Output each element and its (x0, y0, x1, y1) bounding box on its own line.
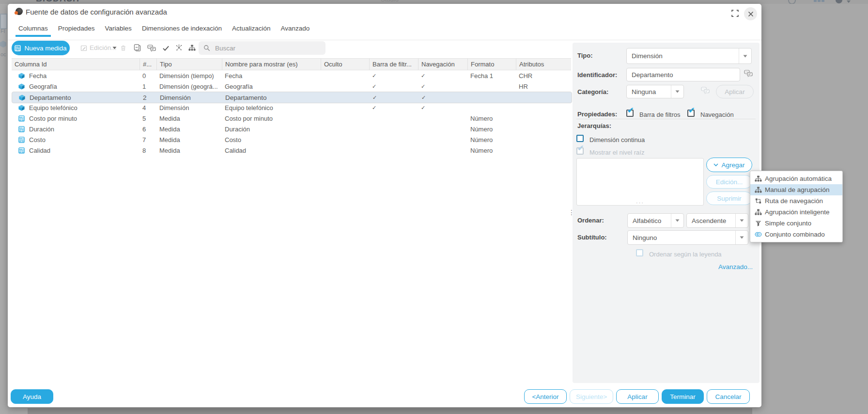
identifier-input[interactable] (626, 68, 740, 81)
finish-button[interactable]: Terminar (662, 389, 704, 404)
column-header[interactable]: Nombre para mostrar (es) (222, 59, 321, 70)
background-left-fragment: Fl oc (0, 4, 8, 414)
tab-avanzado[interactable]: Avanzado (278, 22, 313, 38)
edit-dropdown-icon[interactable] (112, 47, 117, 49)
hierarchy-icon[interactable] (188, 45, 196, 51)
menu-item-conjunto-combinado[interactable]: Conjunto combinado (750, 229, 842, 240)
translate-icon[interactable] (147, 45, 156, 52)
studio-label: Studio (381, 0, 399, 3)
tab-dimensiones-de-indexación[interactable]: Dimensiones de indexación (139, 22, 225, 38)
new-measure-label: Nueva medida (24, 45, 66, 52)
table-row[interactable]: Duración6MedidaDuraciónNúmero (12, 124, 571, 134)
network-icon[interactable] (175, 44, 183, 51)
measure-icon (18, 126, 25, 132)
apply-category-button[interactable]: Aplicar (716, 85, 754, 98)
avatar (836, 0, 842, 3)
cancel-button[interactable]: Cancelar (707, 389, 750, 404)
measure-icon (18, 137, 25, 143)
next-button: Siguiente> (570, 389, 613, 404)
advanced-link[interactable]: Avanzado... (718, 263, 753, 271)
duplicate-icon[interactable] (134, 44, 141, 51)
column-id-label: Costo (29, 136, 46, 143)
help-icon (788, 0, 796, 4)
column-header[interactable]: Navegación (418, 59, 467, 70)
category-label: Categoría: (577, 88, 608, 96)
tab-variables[interactable]: Variables (102, 22, 135, 38)
search-input[interactable] (214, 44, 321, 52)
column-header[interactable]: Columna Id (12, 59, 140, 70)
sort-direction-select[interactable]: Ascendente (686, 213, 748, 228)
column-header[interactable]: #... (140, 59, 156, 70)
column-header[interactable]: Tipo (156, 59, 222, 70)
tab-actualización[interactable]: Actualización (229, 22, 274, 38)
navigation-checkbox-label[interactable]: Navegación (700, 111, 734, 118)
sort-by-legend-label: Ordenar según la leyenda (649, 251, 722, 258)
column-header[interactable]: Formato (467, 59, 516, 70)
dialog-title: Fuente de datos de configuración avanzad… (26, 8, 167, 16)
apply-button[interactable]: Aplicar (616, 389, 659, 404)
background-bottom-band (28, 408, 752, 414)
menu-item-ruta-de-navegación[interactable]: Ruta de navegación (750, 195, 842, 207)
table-row[interactable]: Calidad8MedidaCalidadNúmero (12, 145, 571, 156)
filter-bar-checkbox[interactable] (626, 110, 634, 117)
navigation-checkbox[interactable] (687, 110, 695, 117)
app-grid-icon (814, 0, 824, 2)
column-header[interactable]: Atributos (516, 59, 571, 70)
maximize-icon[interactable] (731, 10, 739, 17)
hierarchy-icon (754, 175, 762, 182)
brand-logo: BIGDASH (36, 0, 79, 4)
add-hierarchy-button[interactable]: Agregar (706, 158, 752, 172)
chevron-down-icon[interactable] (735, 231, 748, 244)
background-panel-fragment (0, 14, 7, 29)
hierarchy-icon (754, 187, 762, 193)
type-select[interactable]: Dimensión (626, 48, 752, 64)
help-button[interactable]: Ayuda (11, 389, 53, 404)
continuous-dimension-checkbox[interactable] (576, 135, 584, 142)
column-header[interactable]: Barra de filtr... (369, 59, 418, 70)
chevron-down-icon[interactable] (735, 214, 748, 227)
tab-propiedades[interactable]: Propiedades (55, 22, 98, 38)
properties-panel: Tipo: Dimensión Identificador: Categoría… (573, 43, 760, 383)
menu-item-agrupación-automática[interactable]: Agrupación automática (750, 173, 842, 184)
dimension-icon (19, 95, 25, 101)
close-icon[interactable] (744, 7, 757, 20)
sort-label: Ordenar: (577, 217, 604, 224)
menu-item-agrupación-inteligente[interactable]: Agrupación inteligente (750, 207, 842, 218)
validate-check-icon[interactable] (162, 45, 170, 51)
translate-icon-disabled (701, 87, 710, 94)
continuous-dimension-label[interactable]: Dimensión continua (589, 136, 645, 143)
chevron-down-icon[interactable] (739, 48, 751, 64)
filter-bar-checkbox-label[interactable]: Barra de filtros (639, 111, 681, 118)
chevron-down-icon[interactable] (671, 214, 683, 227)
column-id-label: Calidad (29, 147, 50, 154)
previous-button[interactable]: <Anterior (524, 389, 567, 404)
subtitle-select[interactable]: Ninguno (627, 230, 748, 245)
cube-icon (0, 41, 6, 48)
chevron-down-icon[interactable] (671, 85, 683, 98)
tab-columnas[interactable]: Columnas (16, 22, 51, 38)
background-text-fragment: Fl (0, 28, 5, 34)
dimension-icon (18, 83, 25, 90)
add-hierarchy-menu: Agrupación automáticaManual de agrupació… (750, 171, 843, 242)
dialog-advanced-datasource: Fuente de datos de configuración avanzad… (8, 4, 761, 407)
resize-handle[interactable]: ··· (577, 201, 703, 205)
column-header[interactable]: Oculto (321, 59, 369, 70)
new-measure-button[interactable]: Nueva medida (12, 41, 70, 55)
table-row[interactable]: Costo por minuto5MedidaCosto por minutoN… (12, 113, 571, 124)
edit-hierarchy-button: Edición... (706, 175, 752, 189)
hierarchy-icon (754, 209, 762, 215)
table-row[interactable]: Departamento2DimensiónDepartamento✓✓ (12, 92, 572, 103)
translate-icon[interactable] (744, 70, 753, 77)
menu-item-simple-conjunto[interactable]: Simple conjunto (750, 218, 842, 229)
sort-mode-select[interactable]: Alfabético (627, 213, 684, 228)
column-id-label: Costo por minuto (29, 115, 77, 122)
edit-button[interactable]: Edición... (80, 44, 117, 51)
table-row[interactable]: Geografía1Dimensión (geográ...Geografía✓… (12, 81, 571, 92)
table-row[interactable]: Costo7MedidaCostoNúmero (12, 134, 571, 145)
table-row[interactable]: Fecha0Dimensión (tiempo)Fecha✓✓Fecha 1CH… (12, 70, 571, 81)
table-row[interactable]: Equipo telefónico4DimensiónEquipo telefó… (12, 102, 571, 113)
menu-item-manual-de-agrupación[interactable]: Manual de agrupación (750, 184, 842, 195)
show-root-level-checkbox (576, 147, 584, 155)
hierarchies-listbox[interactable]: ··· (576, 158, 704, 206)
category-select[interactable]: Ninguna (626, 85, 684, 98)
